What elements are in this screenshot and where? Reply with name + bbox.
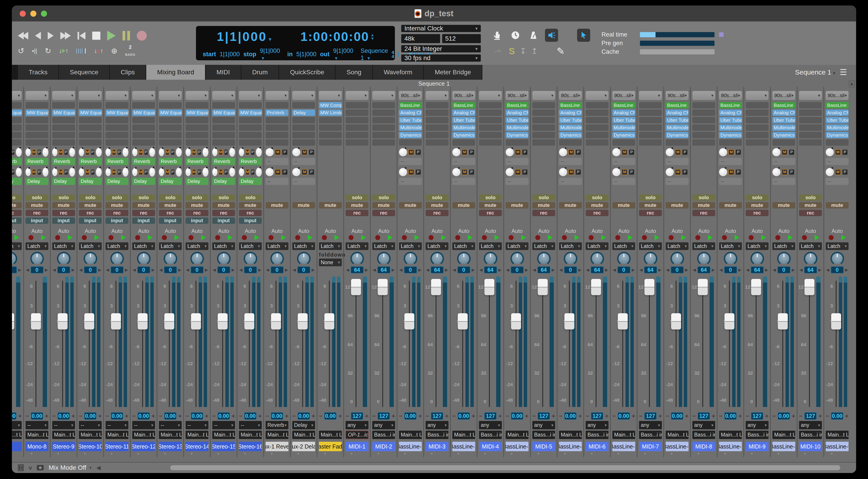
fader-handle[interactable] — [645, 279, 654, 295]
send-destination[interactable]: -- — [826, 178, 848, 185]
auto-play-icon[interactable] — [708, 235, 712, 240]
send-destination[interactable]: Delay — [132, 178, 155, 185]
fader-value[interactable]: 0.00 — [778, 412, 790, 420]
send-mute-toggle[interactable]: M — [59, 149, 63, 155]
send-level-knob[interactable] — [506, 148, 514, 156]
send-mute-toggle[interactable]: M — [835, 149, 841, 155]
insert-slot[interactable] — [319, 139, 342, 146]
auto-record-dot[interactable] — [615, 235, 620, 240]
value-decrement[interactable]: − — [506, 413, 509, 420]
insert-slot[interactable] — [532, 132, 555, 138]
insert-slot[interactable] — [639, 109, 662, 116]
rec-button[interactable]: rec — [132, 210, 155, 216]
track-name[interactable]: Stereo-11 — [105, 442, 128, 451]
send-mute-toggle[interactable]: M — [138, 149, 143, 155]
mute-button[interactable]: mute — [319, 202, 342, 208]
rec-button[interactable]: rec — [532, 210, 555, 216]
pan-knob[interactable] — [270, 252, 284, 265]
pan-left-arrow[interactable]: ◀ — [613, 267, 616, 272]
auto-play-icon[interactable] — [254, 235, 259, 240]
insert-slot[interactable] — [26, 132, 49, 138]
mute-button[interactable]: mute — [186, 202, 209, 208]
insert-slot[interactable] — [799, 132, 822, 138]
pan-value[interactable]: 0 — [671, 266, 684, 273]
insert-slot[interactable] — [79, 132, 102, 138]
mute-button[interactable]: mute — [826, 202, 848, 208]
send-pan-knob[interactable] — [149, 148, 155, 157]
send-level-knob[interactable] — [239, 148, 244, 156]
insert-slot[interactable] — [346, 109, 368, 116]
send-level-knob[interactable] — [52, 168, 57, 176]
auto-record-dot[interactable] — [375, 235, 380, 240]
output-dropdown[interactable]: Bass...i in-in — [799, 431, 822, 439]
insert-slot[interactable] — [746, 109, 769, 116]
pan-right-arrow[interactable]: ▶ — [312, 267, 315, 272]
insert-slot[interactable] — [52, 117, 75, 123]
auto-record-dot[interactable] — [722, 235, 727, 240]
mute-button[interactable]: mute — [479, 202, 502, 208]
input-dropdown[interactable]: --▾ — [105, 421, 128, 429]
mute-button[interactable]: mute — [132, 202, 155, 208]
pan-value[interactable]: 0 — [617, 266, 630, 273]
insert-slot[interactable] — [239, 102, 262, 108]
insert-slot[interactable] — [746, 117, 769, 123]
track-name[interactable]: Stereo-16 — [239, 442, 262, 451]
insert-slot[interactable]: Dynamics — [666, 132, 688, 138]
pan-knob[interactable] — [84, 252, 97, 265]
pan-value[interactable]: 0 — [244, 266, 257, 273]
track-options-arrow[interactable]: ▾ — [212, 451, 235, 457]
output-dropdown[interactable]: Bass...i in-in — [586, 431, 609, 439]
value-decrement[interactable]: − — [426, 413, 429, 420]
track-name[interactable]: Stereo-10 — [79, 442, 102, 451]
insert-slot[interactable]: MW Limiter — [319, 109, 342, 116]
insert-slot[interactable] — [212, 117, 235, 123]
fader-value[interactable]: 127 — [431, 412, 443, 420]
pan-left-arrow[interactable]: ◀ — [26, 267, 29, 272]
send-pan-knob[interactable] — [176, 168, 182, 177]
pan-right-arrow[interactable]: ▶ — [125, 267, 128, 272]
insert-slot[interactable]: Analog Ch... — [559, 109, 582, 116]
output-dropdown[interactable]: Bass...i in-in — [532, 431, 555, 439]
solo-button[interactable]: solo — [12, 195, 22, 201]
insert-slot[interactable] — [479, 139, 502, 146]
insert-slot[interactable]: Analog Ch... — [666, 109, 688, 116]
send-destination[interactable]: -- — [612, 158, 635, 165]
sequence-view-selector[interactable]: Sequence 1 ▾ — [795, 68, 835, 76]
insert-slot[interactable] — [586, 117, 609, 123]
solo-button[interactable]: solo — [372, 195, 395, 201]
auto-play-icon[interactable] — [655, 235, 659, 240]
send-destination[interactable]: Reverb — [12, 158, 22, 165]
insert-slot[interactable] — [746, 102, 769, 108]
mute-button[interactable]: mute — [639, 202, 662, 208]
insert-slot[interactable]: Delay — [292, 109, 315, 116]
fader-value[interactable]: 0.00 — [324, 412, 337, 420]
send-pan-knob[interactable] — [96, 148, 102, 157]
auto-play-icon[interactable] — [495, 235, 499, 240]
output-dropdown[interactable]: Main...t L-R — [399, 431, 422, 439]
send-destination[interactable]: Reverb — [26, 158, 49, 165]
pan-left-arrow[interactable]: ◀ — [693, 267, 696, 272]
track-name[interactable]: MIDI-6 — [586, 442, 609, 451]
send-level-knob[interactable] — [105, 148, 111, 156]
mute-button[interactable]: mute — [159, 202, 182, 208]
output-dropdown[interactable]: Main...t L-R — [26, 431, 49, 439]
preroll-bars[interactable]: 2BARS — [125, 45, 135, 57]
send-level-knob[interactable] — [506, 168, 514, 176]
send-level-knob[interactable] — [452, 148, 460, 156]
pan-right-arrow[interactable]: ▶ — [632, 267, 635, 272]
track-options-arrow[interactable]: ▾ — [292, 451, 315, 457]
pan-right-arrow[interactable]: ▶ — [712, 267, 715, 272]
send-level-knob[interactable] — [559, 168, 567, 176]
pan-left-arrow[interactable]: ◀ — [213, 267, 216, 272]
fader-handle[interactable] — [404, 313, 414, 330]
send-mute-toggle[interactable]: M — [219, 149, 223, 155]
insert-slot[interactable] — [266, 102, 288, 108]
track-name[interactable]: Aux-1 Reverb — [266, 442, 288, 451]
value-decrement[interactable]: − — [479, 413, 483, 420]
auto-record-dot[interactable] — [562, 235, 567, 240]
value-decrement[interactable]: − — [666, 413, 669, 420]
value-decrement[interactable]: − — [559, 413, 562, 420]
pan-right-arrow[interactable]: ▶ — [525, 267, 528, 272]
rec-button[interactable]: rec — [372, 210, 395, 216]
track-name[interactable]: BassLine-7 — [719, 442, 742, 451]
